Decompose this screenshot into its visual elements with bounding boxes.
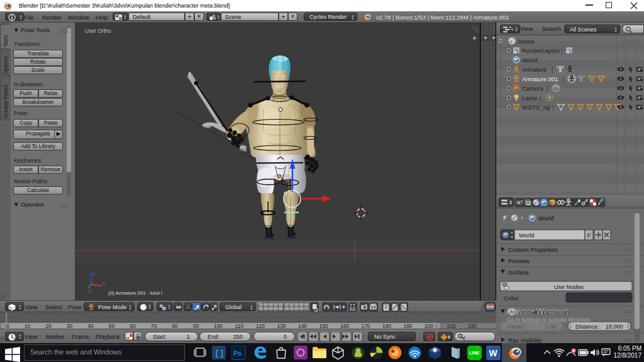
svg-text:90: 90 <box>193 323 199 329</box>
svg-text:30: 30 <box>67 323 73 329</box>
svg-text:Preview: Preview <box>508 257 530 264</box>
svg-text:150: 150 <box>319 323 328 329</box>
svg-text:|: | <box>552 104 553 111</box>
svg-text:World: World <box>522 57 538 64</box>
svg-text:140: 140 <box>298 323 307 329</box>
svg-text:x: x <box>103 280 105 286</box>
svg-text:40: 40 <box>87 323 94 329</box>
svg-text:210: 210 <box>447 323 455 329</box>
svg-text:Distance:: Distance: <box>575 324 599 330</box>
svg-text:y: y <box>89 288 91 293</box>
svg-text:Ray Visibility: Ray Visibility <box>508 337 542 344</box>
svg-text:Scene: Scene <box>518 38 535 45</box>
svg-text:Use Nodes: Use Nodes <box>554 283 584 290</box>
svg-text:200: 200 <box>425 323 433 329</box>
svg-text:80: 80 <box>172 323 178 329</box>
svg-text:z: z <box>92 271 95 277</box>
svg-text:World: World <box>538 215 554 222</box>
svg-text:Lamp: Lamp <box>522 94 537 101</box>
svg-text:|: | <box>561 47 562 54</box>
svg-text:170: 170 <box>361 323 370 329</box>
svg-text:Surface: Surface <box>508 269 529 276</box>
svg-text:Camera: Camera <box>522 85 544 92</box>
svg-text:50: 50 <box>109 323 115 329</box>
svg-text:10.000: 10.000 <box>606 324 623 330</box>
svg-text:|: | <box>562 76 564 82</box>
svg-text:Color:: Color: <box>504 295 519 302</box>
svg-text:1.00: 1.00 <box>545 324 557 330</box>
svg-text:160: 160 <box>340 323 349 329</box>
svg-text:220: 220 <box>468 323 477 329</box>
svg-text:100: 100 <box>214 323 223 329</box>
svg-text:70: 70 <box>151 323 157 329</box>
svg-text:Factor:: Factor: <box>508 324 525 330</box>
svg-text:|: | <box>547 85 548 92</box>
svg-text:60: 60 <box>130 323 136 329</box>
svg-text:[]: [] <box>214 349 225 358</box>
svg-text:0: 0 <box>6 323 9 329</box>
svg-text:180: 180 <box>382 323 391 329</box>
svg-text:WGTS_rig: WGTS_rig <box>522 104 550 111</box>
svg-text:130: 130 <box>277 323 286 329</box>
svg-text:RenderLayers: RenderLayers <box>522 47 560 54</box>
svg-text:W: W <box>489 348 498 358</box>
svg-text:F: F <box>587 232 591 239</box>
svg-text:Custom Properties: Custom Properties <box>508 246 558 253</box>
svg-text:World: World <box>519 232 535 239</box>
svg-text:10: 10 <box>25 323 31 329</box>
svg-text:Armature.001: Armature.001 <box>522 76 558 82</box>
svg-text:|: | <box>540 94 541 101</box>
svg-text:120: 120 <box>256 323 265 329</box>
svg-text:190: 190 <box>403 323 412 329</box>
svg-text:Armature: Armature <box>522 66 547 73</box>
svg-text:110: 110 <box>235 323 244 329</box>
svg-text:20: 20 <box>45 323 52 329</box>
svg-text:LINE: LINE <box>469 351 479 355</box>
svg-text:|: | <box>552 66 553 73</box>
svg-text:Ps: Ps <box>233 349 242 357</box>
